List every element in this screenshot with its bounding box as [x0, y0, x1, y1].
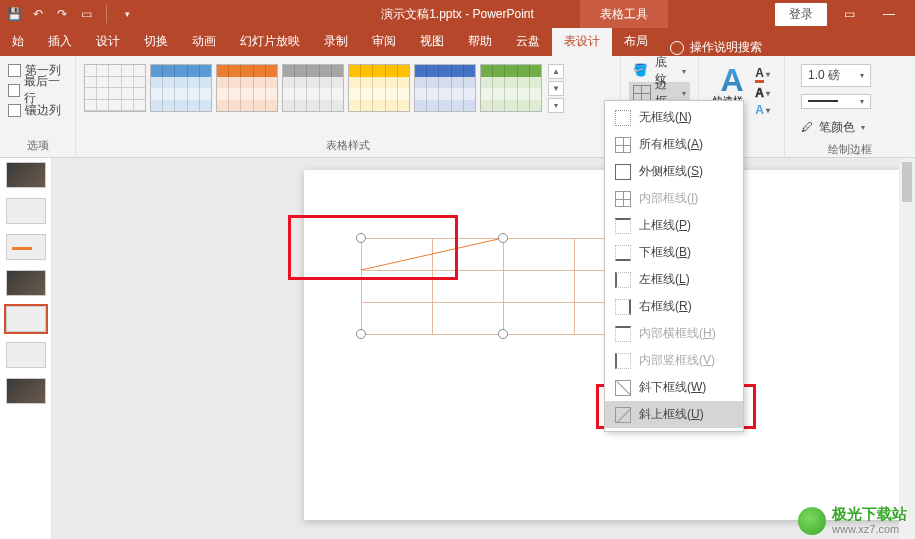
- tab-表设计[interactable]: 表设计: [552, 27, 612, 56]
- tab-布局[interactable]: 布局: [612, 27, 660, 56]
- border-menu-item[interactable]: 所有框线(A): [605, 131, 743, 158]
- tab-动画[interactable]: 动画: [180, 27, 228, 56]
- contextual-tab-label: 表格工具: [580, 0, 668, 28]
- resize-handle[interactable]: [356, 329, 366, 339]
- group-label: 选项: [8, 138, 67, 155]
- tab-录制[interactable]: 录制: [312, 27, 360, 56]
- last-row-checkbox[interactable]: 最后一行: [8, 80, 67, 100]
- save-icon[interactable]: 💾: [6, 6, 22, 22]
- text-fill-button[interactable]: A▾: [755, 66, 770, 83]
- document-title: 演示文稿1.pptx - PowerPoint: [381, 6, 534, 23]
- border-type-icon: [615, 299, 631, 315]
- table-styles-gallery[interactable]: ▲▼▾: [84, 60, 612, 113]
- border-menu-item[interactable]: 斜下框线(W): [605, 374, 743, 401]
- border-menu-item: 内部竖框线(V): [605, 347, 743, 374]
- table-style-swatch[interactable]: [480, 64, 542, 112]
- table-style-swatch[interactable]: [150, 64, 212, 112]
- tab-帮助[interactable]: 帮助: [456, 27, 504, 56]
- border-icon: [633, 85, 651, 101]
- lightbulb-icon: [670, 41, 684, 55]
- border-type-icon: [615, 272, 631, 288]
- tab-设计[interactable]: 设计: [84, 27, 132, 56]
- text-effects-button[interactable]: A▾: [755, 103, 770, 117]
- tab-云盘[interactable]: 云盘: [504, 27, 552, 56]
- down-arrow-icon: ▼: [548, 81, 564, 96]
- draw-borders-group: 1.0 磅▾ ▾ 🖊笔颜色▾ 绘制边框: [785, 56, 915, 157]
- border-menu-item[interactable]: 左框线(L): [605, 266, 743, 293]
- border-type-icon: [615, 245, 631, 261]
- border-menu-item[interactable]: 下框线(B): [605, 239, 743, 266]
- paint-bucket-icon: 🪣: [633, 63, 651, 79]
- watermark: 极光下载站 www.xz7.com: [798, 506, 907, 535]
- border-menu-item[interactable]: 上框线(P): [605, 212, 743, 239]
- chevron-down-icon: ▾: [682, 67, 686, 76]
- slide-canvas[interactable]: [52, 158, 915, 539]
- tab-幻灯片放映[interactable]: 幻灯片放映: [228, 27, 312, 56]
- start-from-beginning-icon[interactable]: ▭: [78, 6, 94, 22]
- resize-handle[interactable]: [356, 233, 366, 243]
- pen-color-button[interactable]: 🖊笔颜色▾: [801, 116, 899, 138]
- redo-icon[interactable]: ↷: [54, 6, 70, 22]
- tab-始[interactable]: 始: [0, 27, 36, 56]
- slide-thumbnail[interactable]: [6, 342, 46, 368]
- vertical-scrollbar[interactable]: [899, 158, 915, 539]
- border-type-icon: [615, 110, 631, 126]
- table-style-swatch[interactable]: [348, 64, 410, 112]
- resize-handle[interactable]: [498, 233, 508, 243]
- border-menu-item[interactable]: 无框线(N): [605, 104, 743, 131]
- tab-切换[interactable]: 切换: [132, 27, 180, 56]
- table-style-swatch[interactable]: [84, 64, 146, 112]
- undo-icon[interactable]: ↶: [30, 6, 46, 22]
- borders-dropdown-menu: 无框线(N)所有框线(A)外侧框线(S)内部框线(I)上框线(P)下框线(B)左…: [604, 100, 744, 432]
- minimize-icon[interactable]: —: [871, 4, 907, 24]
- border-menu-item: 内部横框线(H): [605, 320, 743, 347]
- quick-access-toolbar: 💾 ↶ ↷ ▭ ▾: [0, 5, 141, 23]
- resize-handle[interactable]: [498, 329, 508, 339]
- slide-thumbnail[interactable]: [6, 378, 46, 404]
- tab-审阅[interactable]: 审阅: [360, 27, 408, 56]
- pen-icon: 🖊: [801, 120, 813, 134]
- ribbon-display-options-icon[interactable]: ▭: [831, 4, 867, 24]
- border-type-icon: [615, 218, 631, 234]
- table-style-swatch[interactable]: [414, 64, 476, 112]
- watermark-logo-icon: [798, 507, 826, 535]
- border-type-icon: [615, 191, 631, 207]
- chevron-down-icon: ▾: [682, 89, 686, 98]
- pen-style-dropdown[interactable]: ▾: [801, 94, 871, 109]
- table-style-swatch[interactable]: [282, 64, 344, 112]
- qat-customize-icon[interactable]: ▾: [119, 6, 135, 22]
- border-type-icon: [615, 353, 631, 369]
- slide-thumbnails-panel[interactable]: [0, 158, 52, 539]
- slide-thumbnail[interactable]: [6, 234, 46, 260]
- quick-styles-icon[interactable]: A: [721, 64, 744, 96]
- border-type-icon: [615, 407, 631, 423]
- border-menu-item: 内部框线(I): [605, 185, 743, 212]
- table-styles-group: ▲▼▾ 表格样式: [76, 56, 621, 157]
- border-type-icon: [615, 137, 631, 153]
- table-style-options-group: 第一列 最后一行 镶边列 选项: [0, 56, 76, 157]
- gallery-scroll[interactable]: ▲▼▾: [548, 64, 564, 113]
- slide-thumbnail[interactable]: [6, 198, 46, 224]
- text-outline-button[interactable]: A▾: [755, 86, 770, 100]
- ribbon: 第一列 最后一行 镶边列 选项 ▲▼▾ 表格样式 🪣底纹▾ 边框▾: [0, 56, 915, 158]
- title-bar: 💾 ↶ ↷ ▭ ▾ 演示文稿1.pptx - PowerPoint 表格工具 登…: [0, 0, 915, 28]
- workspace: [0, 158, 915, 539]
- border-type-icon: [615, 164, 631, 180]
- table-style-swatch[interactable]: [216, 64, 278, 112]
- border-menu-item[interactable]: 右框线(R): [605, 293, 743, 320]
- border-type-icon: [615, 380, 631, 396]
- banded-columns-checkbox[interactable]: 镶边列: [8, 100, 67, 120]
- slide-thumbnail[interactable]: [6, 162, 46, 188]
- tab-插入[interactable]: 插入: [36, 27, 84, 56]
- border-menu-item[interactable]: 外侧框线(S): [605, 158, 743, 185]
- group-label: 表格样式: [84, 138, 612, 155]
- up-arrow-icon: ▲: [548, 64, 564, 79]
- more-icon: ▾: [548, 98, 564, 113]
- slide-thumbnail[interactable]: [6, 270, 46, 296]
- group-label: 绘制边框: [793, 142, 907, 159]
- pen-weight-dropdown[interactable]: 1.0 磅▾: [801, 64, 871, 87]
- border-menu-item[interactable]: 斜上框线(U): [605, 401, 743, 428]
- tab-视图[interactable]: 视图: [408, 27, 456, 56]
- slide-thumbnail[interactable]: [6, 306, 46, 332]
- login-button[interactable]: 登录: [775, 3, 827, 26]
